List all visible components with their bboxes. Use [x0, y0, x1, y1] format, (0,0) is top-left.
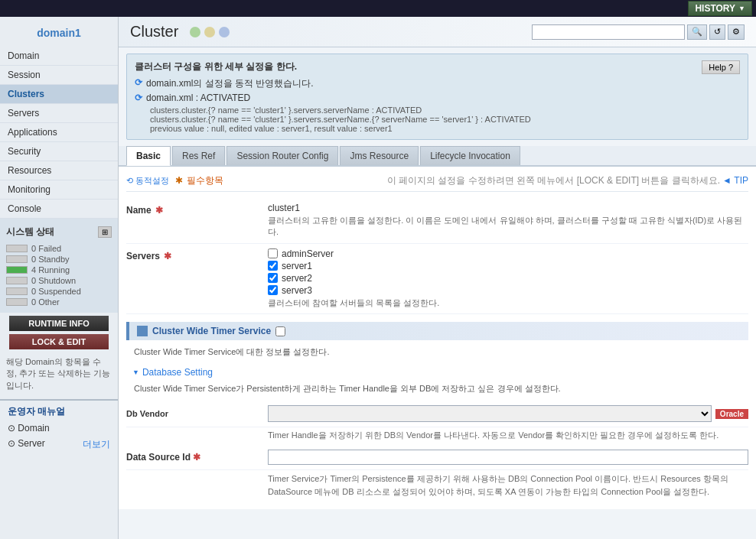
cluster-timer-icon [137, 326, 148, 336]
datasource-id-desc: Timer Service가 Timer의 Persistence를 제공하기 … [126, 470, 748, 502]
dot-green [190, 27, 200, 37]
notification-icon-1: ⟳ [135, 77, 142, 88]
sidebar-item-resources[interactable]: Resources [0, 161, 118, 180]
name-value: cluster1 클러스터의 고유한 이름을 설정한다. 이 이름은 도메인 내… [268, 203, 748, 239]
tab-basic[interactable]: Basic [126, 146, 171, 166]
required-items-label: ✱ 필수항목 [175, 174, 223, 187]
cluster-timer-title: Cluster Wide Timer Service [152, 326, 271, 336]
sidebar-logo[interactable]: domain1 [0, 21, 118, 47]
name-label: Name ✱ [126, 203, 268, 216]
tab-resref[interactable]: Res Ref [172, 146, 225, 165]
search-button[interactable]: 🔍 [687, 24, 707, 40]
db-setting-title: Database Setting [142, 367, 213, 378]
datasource-id-label: Data Source Id ✱ [126, 450, 268, 463]
dot-yellow [204, 27, 215, 37]
refresh-button[interactable]: ↺ [709, 24, 725, 40]
notification-sub-2: clusters.cluster.{? name == 'cluster1' }… [150, 115, 740, 124]
datasource-id-input[interactable] [268, 450, 748, 465]
sidebar-item-session[interactable]: Session [0, 66, 118, 85]
tip-label: ◄ TIP [722, 175, 748, 186]
toolbar-left: 동적설정 ✱ 필수항목 [126, 174, 223, 187]
db-setting-header[interactable]: Database Setting [126, 364, 748, 381]
sidebar-more-link[interactable]: 더보기 [83, 438, 110, 451]
runtime-info-button[interactable]: RUNTIME INFO [9, 316, 109, 331]
server-adminserver-row: adminServer [268, 248, 748, 259]
manager-manual-title: 운영자 매뉴얼 [0, 399, 118, 420]
page-title: Cluster [130, 23, 178, 41]
status-shutdown-row: 0 Shutdown [6, 275, 112, 286]
db-vendor-desc: Timer Handle을 저장하기 위한 DB의 Vendor를 나타낸다. … [126, 427, 748, 445]
notification-icon-2: ⟳ [135, 93, 142, 103]
server2-label: server2 [282, 273, 312, 284]
system-status-expand-button[interactable]: ⊞ [98, 226, 112, 238]
name-description: 클러스터의 고유한 이름을 설정한다. 이 이름은 도메인 내에서 유일해야 하… [268, 215, 748, 239]
name-field-row: Name ✱ cluster1 클러스터의 고유한 이름을 설정한다. 이 이름… [126, 198, 748, 244]
tab-session-router[interactable]: Session Router Config [226, 146, 338, 165]
server3-checkbox[interactable] [268, 285, 278, 295]
server-server2-row: server2 [268, 273, 748, 284]
db-vendor-label: Db Vendor [126, 409, 268, 418]
dot-blue [219, 27, 230, 37]
toolbar-tip: 이 페이지의 설정을 수정하려면 왼쪽 메뉴에서 [LOCK & EDIT] 버… [387, 174, 748, 187]
server1-checkbox[interactable] [268, 261, 278, 271]
server-server3-row: server3 [268, 285, 748, 296]
status-rows: 0 Failed 0 Standby 4 Running 0 Shutdown … [6, 242, 112, 309]
page-header: Cluster 🔍 ↺ ⚙ [119, 17, 756, 47]
panel-toolbar: 동적설정 ✱ 필수항목 이 페이지의 설정을 수정하려면 왼쪽 메뉴에서 [LO… [126, 174, 748, 192]
server3-label: server3 [282, 285, 312, 296]
domain-name: domain1 [37, 27, 81, 39]
notification-line-2: ⟳ domain.xml : ACTIVATED [135, 93, 740, 103]
status-suspended-row: 0 Suspended [6, 286, 112, 297]
sidebar-item-domain[interactable]: Domain [0, 47, 118, 66]
content-panel: 동적설정 ✱ 필수항목 이 페이지의 설정을 수정하려면 왼쪽 메뉴에서 [LO… [119, 167, 756, 509]
servers-field-row: Servers ✱ adminServer server1 server2 [126, 244, 748, 314]
history-button[interactable]: HISTORY ▼ [688, 1, 752, 16]
sidebar-link-domain[interactable]: ⊙ Domain [0, 420, 118, 436]
settings-button[interactable]: ⚙ [728, 24, 745, 40]
sidebar-item-servers[interactable]: Servers [0, 104, 118, 123]
main-content: Cluster 🔍 ↺ ⚙ Help ? 클러스터 구성을 위한 세부 실정을 … [119, 17, 756, 539]
notification-line-1: ⟳ domain.xml의 설정을 동적 반영했습니다. [135, 77, 740, 90]
cluster-timer-desc: Cluster Wide Timer Service에 대한 정보를 설정한다. [126, 344, 748, 364]
status-failed-row: 0 Failed [6, 243, 112, 254]
notification-area: Help ? 클러스터 구성을 위한 세부 실정을 한다. ⟳ domain.x… [126, 54, 748, 140]
status-running-row: 4 Running [6, 265, 112, 275]
header-tools: 🔍 ↺ ⚙ [532, 24, 745, 40]
dynamic-setting-link[interactable]: 동적설정 [126, 175, 169, 187]
tab-jms[interactable]: Jms Resource [340, 146, 419, 165]
datasource-id-row: Data Source Id ✱ [126, 445, 748, 470]
notification-title: 클러스터 구성을 위한 세부 실정을 한다. [135, 60, 740, 73]
server-server1-row: server1 [268, 261, 748, 271]
adminserver-checkbox[interactable] [268, 248, 278, 258]
db-vendor-row: Db Vendor Oracle MySQL PostgreSQL Oracle [126, 401, 748, 427]
tabs-bar: Basic Res Ref Session Router Config Jms … [119, 146, 756, 167]
sidebar: domain1 Domain Session Clusters Servers … [0, 17, 119, 539]
sidebar-item-security[interactable]: Security [0, 142, 118, 161]
system-status-title: 시스템 상태 [6, 226, 54, 239]
help-button[interactable]: Help ? [702, 60, 740, 74]
sidebar-item-clusters[interactable]: Clusters [0, 85, 118, 104]
sidebar-item-monitoring[interactable]: Monitoring [0, 180, 118, 200]
notification-sub-1: clusters.cluster.{? name == 'cluster1' }… [150, 106, 740, 115]
servers-label: Servers ✱ [126, 248, 268, 261]
db-vendor-select[interactable]: Oracle MySQL PostgreSQL [268, 405, 712, 422]
sidebar-domain-desc: 해당 Domain의 항목을 수정, 추가 또는 삭제하는 기능입니다. [0, 352, 118, 395]
search-input[interactable] [532, 24, 685, 40]
history-label: HISTORY [695, 3, 735, 14]
status-other-row: 0 Other [6, 297, 112, 307]
server2-checkbox[interactable] [268, 273, 278, 283]
cluster-timer-checkbox[interactable] [275, 326, 285, 336]
db-setting-desc: Cluster Wide Timer Service가 Persistent하게… [126, 381, 748, 401]
lock-edit-button[interactable]: LOCK & EDIT [9, 334, 109, 349]
notification-sub-3: previous value : null, edited value : se… [150, 124, 740, 133]
header-dots [190, 27, 230, 37]
servers-value: adminServer server1 server2 server3 클러 [268, 248, 748, 309]
sidebar-item-console[interactable]: Console [0, 200, 118, 219]
sidebar-link-server[interactable]: ⊙ Server 더보기 [0, 436, 118, 453]
server1-label: server1 [282, 261, 312, 271]
datasource-required-icon: ✱ [193, 452, 200, 463]
name-required-icon: ✱ [155, 205, 163, 216]
sidebar-item-applications[interactable]: Applications [0, 123, 118, 142]
tab-lifecycle[interactable]: Lifecycle Invocation [420, 146, 520, 165]
cluster-timer-header: Cluster Wide Timer Service [126, 322, 748, 340]
